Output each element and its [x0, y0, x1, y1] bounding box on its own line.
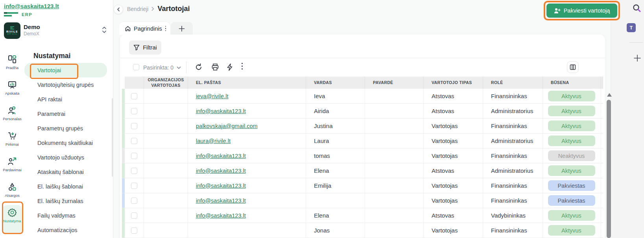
- scroll-up-arrow[interactable]: [607, 93, 612, 97]
- cart-icon: [7, 131, 17, 141]
- tab-menu-icon[interactable]: [165, 26, 166, 31]
- shapes-icon: [7, 182, 17, 192]
- email-link[interactable]: info@saskaita123.lt: [196, 108, 246, 114]
- company-switch-icon[interactable]: [101, 26, 108, 35]
- email-link[interactable]: palkovskaja@gmail.com: [196, 123, 258, 129]
- cell-org-vartotojas: [144, 89, 188, 103]
- column-header: BŪSENA: [543, 77, 601, 89]
- menu-item-ataskait-ablonai[interactable]: Ataskaitų šablonai: [24, 165, 111, 179]
- row-status-strip: [122, 163, 125, 178]
- table-toolbar: Pasirinkta: 0: [120, 58, 605, 77]
- teams-icon[interactable]: T: [627, 23, 636, 32]
- row-checkbox[interactable]: [131, 93, 137, 99]
- settings-menu-heading: Nustatymai: [33, 52, 70, 60]
- email-link[interactable]: laura@rivile.lt: [196, 138, 231, 144]
- menu-item-api-raktai[interactable]: API raktai: [24, 92, 111, 106]
- cell-role: Finansininkas: [483, 178, 543, 193]
- column-header: PAVARDĖ: [365, 77, 424, 89]
- email-link[interactable]: ieva@rivile.lt: [196, 93, 228, 99]
- row-checkbox[interactable]: [131, 123, 137, 129]
- row-status-strip: [122, 193, 125, 208]
- row-checkbox[interactable]: [131, 212, 137, 219]
- status-badge: Aktyvus: [548, 135, 595, 146]
- row-checkbox[interactable]: [131, 183, 137, 189]
- gear-icon: [7, 207, 17, 218]
- company-selector[interactable]: RIVILE ERP demo Demo DemoX: [0, 20, 113, 40]
- sidebar-item-nustatymai[interactable]: Nustatymai: [0, 203, 24, 235]
- column-header: ROLĖ: [483, 77, 543, 89]
- cell-vardas: [306, 193, 365, 208]
- row-checkbox[interactable]: [131, 108, 137, 114]
- dashboard-icon: [7, 54, 17, 64]
- tab-pagrindinis[interactable]: Pagrindinis: [119, 22, 170, 35]
- menu-scrollbar[interactable]: [112, 98, 113, 177]
- email-link[interactable]: info@saskaita123.lt: [196, 168, 246, 174]
- sidebar-item-personalas[interactable]: Personalas: [0, 101, 24, 127]
- breadcrumb: Bendrieji Vartotojai: [127, 5, 190, 13]
- print-icon[interactable]: [211, 63, 219, 71]
- status-badge: Aktyvus: [548, 210, 595, 221]
- column-settings-button[interactable]: [567, 61, 579, 73]
- refresh-icon[interactable]: [195, 63, 203, 71]
- cell-pavarde: [365, 148, 424, 163]
- app-logo-icon: [4, 12, 20, 18]
- email-link[interactable]: info@saskaita123.lt: [196, 153, 246, 159]
- row-status-strip: [122, 208, 125, 223]
- table-scrollbar[interactable]: [607, 100, 611, 238]
- table-row: Jonas Vartotojas Finansininkas Aktyvus: [122, 223, 603, 238]
- selected-count-dropdown[interactable]: Pasirinkta: 0: [143, 64, 181, 71]
- cell-role: Administratorius: [483, 104, 543, 118]
- menu-item-automatizacijos[interactable]: Automatizacijos: [24, 223, 111, 237]
- cell-role: Finansininkas: [483, 193, 543, 208]
- sidebar-item-atsargos[interactable]: Atsargos: [0, 178, 24, 203]
- row-checkbox[interactable]: [131, 227, 137, 234]
- row-status-strip: [122, 134, 125, 148]
- email-link[interactable]: info@saskaita123.lt: [196, 212, 246, 219]
- row-checkbox[interactable]: [131, 168, 137, 174]
- invite-user-button[interactable]: Pakviesti vartotoją: [546, 4, 617, 18]
- cell-vardas: Laura: [306, 134, 365, 148]
- users-table: ORGANIZACIJOS VARTOTOJASEL. PAŠTASVARDAS…: [122, 77, 603, 238]
- select-all-checkbox[interactable]: [133, 64, 139, 70]
- row-checkbox[interactable]: [131, 138, 137, 144]
- add-icon[interactable]: [633, 54, 642, 62]
- cell-vardas: Ieva: [306, 89, 365, 103]
- menu-item-vartotojai[interactable]: Vartotojai: [24, 63, 107, 77]
- sidebar-item-pradžia[interactable]: Pradžia: [0, 50, 24, 76]
- toolbar-divider: [186, 61, 186, 73]
- table-row: info@saskaita123.lt Elena Atstovas Vadyb…: [122, 208, 603, 223]
- table-row: info@saskaita123.lt Airida Atstovas Admi…: [122, 104, 603, 119]
- menu-item-fail-valdymas[interactable]: Failų valdymas: [24, 208, 111, 223]
- menu-item-vartotojo-u-duotys[interactable]: Vartotojo užduotys: [24, 150, 111, 165]
- cell-pavarde: [365, 163, 424, 178]
- menu-item-vartotoj-teisi-grup-s[interactable]: Vartotojų/teisių grupės: [24, 77, 111, 92]
- menu-item-dokument-skaitliukai[interactable]: Dokumentų skaitliukai: [24, 135, 111, 150]
- cell-role: Finansininkas: [483, 89, 543, 103]
- cell-tipas: Vartotojas: [424, 119, 483, 133]
- email-link[interactable]: info@saskaita123.lt: [196, 198, 246, 204]
- menu-item-parametrai[interactable]: Parametrai: [24, 106, 111, 121]
- filters-button[interactable]: Filtrai: [129, 40, 161, 55]
- status-badge: Aktyvus: [548, 225, 595, 236]
- breadcrumb-chevron-icon: [151, 7, 154, 11]
- cell-tipas: Atstovas: [424, 163, 483, 178]
- row-checkbox[interactable]: [131, 153, 137, 159]
- menu-item-el-lai-k-urnalas[interactable]: El. laiškų žurnalas: [24, 194, 111, 208]
- menu-item-el-lai-k-ablonai[interactable]: El. laiškų šablonai: [24, 179, 111, 194]
- sidebar-collapse-button[interactable]: [114, 5, 123, 14]
- cell-vardas: Airida: [306, 104, 365, 118]
- add-tab-button[interactable]: [171, 22, 193, 35]
- email-link[interactable]: info@saskaita123.lt: [196, 183, 246, 189]
- sidebar-item-pardavimai[interactable]: Pardavimai: [0, 152, 24, 178]
- sidebar-item-apskaita[interactable]: Apskaita: [0, 76, 24, 101]
- menu-item-parametr-grup-s[interactable]: Parametrų grupės: [24, 121, 111, 135]
- breadcrumb-section[interactable]: Bendrieji: [127, 6, 148, 12]
- actions-lightning-icon[interactable]: [226, 63, 233, 71]
- search-icon[interactable]: [632, 4, 642, 13]
- cell-pavarde: [365, 104, 424, 118]
- sidebar-item-pirkimai[interactable]: Pirkimai: [0, 127, 24, 152]
- account-email-link[interactable]: info@saskaita123.lt: [4, 3, 59, 9]
- row-checkbox[interactable]: [131, 198, 137, 204]
- status-badge: Neaktyvus: [548, 150, 595, 161]
- cell-tipas: Vartotojas: [424, 134, 483, 148]
